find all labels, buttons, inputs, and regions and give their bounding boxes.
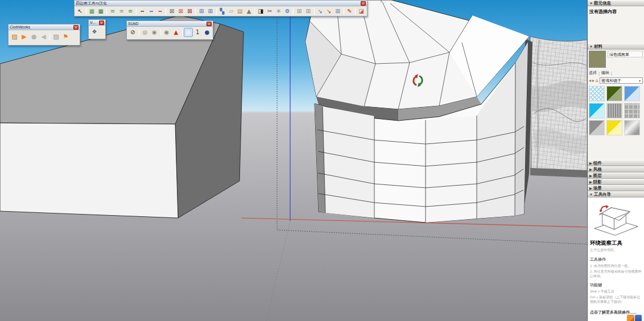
3d-viewport[interactable]: 四边面工具ru汉化 x ↖ ▦ ▦ ≡ ≡ ≡ ╍ ╍ ╍ ⊠ ⊠ ⊠: [0, 0, 587, 321]
pin-tool-icon[interactable]: ⚑: [61, 31, 71, 42]
pause-simulation-icon[interactable]: ●: [29, 31, 39, 42]
swatch-cyan-diagonal[interactable]: [589, 103, 605, 118]
uv-sheet-button[interactable]: ▱: [226, 7, 236, 15]
material-category-dropdown[interactable]: 玻璃和镜子 ▼: [600, 77, 643, 84]
close-icon[interactable]: x: [361, 1, 366, 6]
instructor-header[interactable]: ▼ 工具向导: [588, 191, 644, 197]
swatch-silver-gradient[interactable]: [624, 120, 640, 135]
layers-label: 图层: [593, 173, 602, 179]
cloth-gray-icon[interactable]: ▨: [51, 31, 61, 42]
knife-button[interactable]: ✂: [265, 7, 274, 15]
step-back-icon[interactable]: ◀: [39, 31, 48, 42]
flip-edge-blue-button[interactable]: ↘: [316, 7, 325, 15]
back-arrow-icon[interactable]: ◂: [589, 78, 591, 83]
toolbar-separator: [139, 29, 139, 36]
triangulate-mesh-button[interactable]: ⊠: [176, 7, 185, 15]
quad-diagonal-red-button[interactable]: ◪: [357, 7, 366, 15]
swatch-yellow-diagonal[interactable]: [606, 120, 622, 135]
subd-preview-icon[interactable]: ◉: [150, 28, 159, 37]
styles-header[interactable]: ▶ 风格: [588, 166, 644, 172]
components-header[interactable]: ▶ 组件: [588, 160, 644, 166]
entity-info-label: 图元信息: [594, 1, 611, 6]
gear-icon[interactable]: ⚙: [283, 7, 292, 15]
grid-window-button[interactable]: ⊞: [333, 7, 342, 15]
scenes-header[interactable]: ▶ 场景: [588, 185, 644, 191]
remove-triangulation-button[interactable]: ⊠: [185, 7, 195, 15]
chevron-down-icon: ▼: [589, 193, 593, 196]
close-icon[interactable]: x: [73, 25, 79, 30]
cloth-mesh-model[interactable]: [530, 36, 587, 178]
shrink-ring-button[interactable]: ╍: [156, 7, 165, 15]
chevron-down-icon: ▼: [589, 45, 593, 48]
draw-quad-pencil-button[interactable]: ✎: [345, 7, 354, 15]
scenes-label: 场景: [593, 186, 602, 191]
chevron-down-icon: ▼: [589, 2, 593, 5]
quadface-titlebar[interactable]: 四边面工具ru汉化 x: [75, 1, 367, 6]
quad-grid-button[interactable]: ⊞: [197, 7, 206, 15]
play-simulation-icon[interactable]: ▶: [19, 31, 29, 42]
uv-checker-button[interactable]: ▚: [218, 7, 227, 15]
export-button[interactable]: ▲: [245, 7, 254, 15]
toggle-subdivision-icon[interactable]: ⊘: [128, 28, 138, 37]
quadface-icon-row: ↖ ▦ ▦ ≡ ≡ ≡ ╍ ╍ ╍ ⊠ ⊠ ⊠ ⊞ ⊞ ▚: [75, 6, 367, 16]
toolbar-separator: [106, 8, 107, 15]
vertex-tool-icon[interactable]: ❖: [90, 27, 99, 36]
close-icon[interactable]: x: [99, 20, 104, 25]
triangulate-quad-button[interactable]: ⊠: [167, 7, 176, 15]
tab-divider: |: [598, 71, 600, 75]
layers-header[interactable]: ▶ 图层: [588, 172, 644, 179]
swatch-gray-stripes[interactable]: [606, 103, 622, 118]
swatch-blue-diagonal[interactable]: [624, 86, 640, 101]
cloth-tool-icon[interactable]: ▨: [10, 31, 19, 42]
chevron-right-icon: ▶: [589, 174, 592, 178]
flip-edge-red-button[interactable]: ↘: [324, 7, 333, 15]
subd-analyze-icon[interactable]: ◎: [141, 28, 150, 37]
scene-canvas[interactable]: [0, 0, 587, 321]
tab-select[interactable]: 选择: [589, 70, 597, 76]
window-pane-button[interactable]: ⊞: [295, 7, 304, 15]
select-tool-button[interactable]: ↖: [76, 7, 85, 15]
swatch-green-diagonal[interactable]: [606, 86, 622, 101]
quad-grid-alt-button[interactable]: ⊞: [206, 7, 215, 15]
subd-help-icon[interactable]: ●: [203, 28, 212, 37]
select-ring-button[interactable]: ≡: [117, 7, 126, 15]
vertex-titlebar[interactable]: V... x: [89, 20, 105, 26]
vertex-icon-row: ❖: [89, 26, 105, 37]
sandbox-button[interactable]: ▤: [236, 7, 245, 15]
instructor-op-item: 2. 向任意方向移动光标可绕视图中心转动。: [590, 269, 642, 278]
forward-arrow-icon[interactable]: ▸: [592, 78, 595, 83]
subd-titlebar[interactable]: SUbD x: [127, 21, 213, 27]
crease-tool-icon[interactable]: ▲: [171, 28, 181, 37]
close-icon[interactable]: x: [207, 22, 212, 26]
swatch-translucent-hatch[interactable]: [589, 86, 605, 101]
instructor-panel: 环绕观察工具 全方位旋转相机。 工具操作 1. 点击绘图区内任意一处。 2. 向…: [588, 197, 644, 321]
grow-ring-button[interactable]: ╍: [147, 7, 156, 15]
select-quads-button[interactable]: ▦: [88, 7, 97, 15]
clothworks-titlebar[interactable]: ClothWorks x: [9, 24, 80, 30]
swap-materials-button[interactable]: ◨: [256, 7, 265, 15]
select-quads-alt-button[interactable]: ▦: [96, 7, 105, 15]
in-model-home-icon[interactable]: ⌂: [596, 78, 598, 83]
clothworks-toolbar-window: ClothWorks x ▨ ▶ ● ◀ ▨ ⚑: [8, 24, 80, 46]
grow-loop-button[interactable]: ╍: [138, 7, 147, 15]
quadface-toolbar-window: 四边面工具ru汉化 x ↖ ▦ ▦ ≡ ≡ ≡ ╍ ╍ ╍ ⊠ ⊠ ⊠: [74, 0, 368, 17]
subdivide-sphere-icon[interactable]: ◉: [162, 28, 172, 37]
select-loop-button[interactable]: ≡: [108, 7, 117, 15]
active-material-preview[interactable]: [589, 51, 606, 68]
default-tray-sidebar: ▼ 图元信息 没有选择内容 ▼ 材料 绿色绒面草 选择 | 编辑 | ◂ ▸: [587, 0, 644, 321]
entity-info-header[interactable]: ▼ 图元信息: [588, 0, 644, 6]
orbit-tool-illustration: [591, 200, 641, 237]
toolbar-separator: [344, 8, 344, 15]
window-pane-alt-button[interactable]: ⊞: [304, 7, 313, 15]
select-region-button[interactable]: ≡: [126, 7, 135, 15]
subd-info-icon[interactable]: 1: [193, 28, 203, 37]
tab-edit[interactable]: 编辑: [601, 70, 609, 76]
shadows-header[interactable]: ▶ 阴影: [588, 179, 644, 185]
smooth-sphere-icon[interactable]: ●: [184, 28, 193, 37]
tower-model[interactable]: [306, 0, 529, 223]
materials-header[interactable]: ▼ 材料: [588, 43, 644, 50]
swatch-gray-blocks[interactable]: [624, 103, 640, 118]
brush-button[interactable]: ✳: [274, 7, 283, 15]
swatch-gray-diagonal[interactable]: [589, 120, 605, 135]
sketchup-app-window: 四边面工具ru汉化 x ↖ ▦ ▦ ≡ ≡ ≡ ╍ ╍ ╍ ⊠ ⊠ ⊠: [0, 0, 644, 321]
